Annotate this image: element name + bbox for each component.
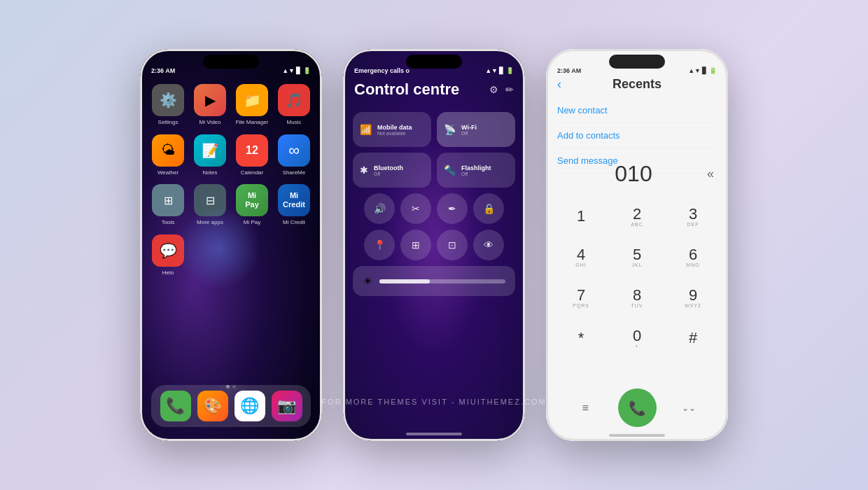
app-more-apps-label: More apps xyxy=(197,219,223,226)
dial-star[interactable]: * xyxy=(553,318,609,358)
flashlight-icon: 🔦 xyxy=(444,164,456,176)
app-shareme[interactable]: ∞ ShareMe xyxy=(277,134,311,176)
app-calendar-label: Calendar xyxy=(241,169,263,176)
dial-menu-btn[interactable]: ≡ xyxy=(553,388,618,427)
app-mi-pay[interactable]: MiPay Mi Pay xyxy=(235,184,269,226)
mobile-data-icon: 📶 xyxy=(360,124,372,135)
dialer-number-display: 010 « xyxy=(546,161,728,187)
brightness-icon: ☀ xyxy=(363,274,372,288)
app-file-manager[interactable]: 📁 File Manager xyxy=(235,84,269,126)
wifi-icon: 📡 xyxy=(444,124,456,135)
cc-lock-rotate[interactable]: 🔒 xyxy=(473,193,504,224)
dialer-number: 010 xyxy=(560,161,707,187)
app-more-apps[interactable]: ⊟ More apps xyxy=(193,184,227,226)
home-indicator-cc xyxy=(406,433,462,435)
dial-7[interactable]: 7PQRS xyxy=(553,277,609,318)
dial-2[interactable]: 2ABC xyxy=(609,196,665,237)
app-mi-video-label: Mi Video xyxy=(200,119,221,126)
cc-tile-text-wifi: Wi-Fi Off xyxy=(461,124,477,136)
dial-more-btn[interactable]: ⌄⌄ xyxy=(657,388,722,427)
bluetooth-icon: ✱ xyxy=(360,164,368,176)
cc-row-1: 📶 Mobile data Not available 📡 Wi-Fi Off xyxy=(353,112,515,147)
phone-home: 2:36 AM ▲▼ ▊ 🔋 ⚙️ Settings ▶ Mi Video 📁 … xyxy=(140,49,322,441)
cc-volume[interactable]: 🔊 xyxy=(364,193,395,224)
app-shareme-label: ShareMe xyxy=(283,169,305,176)
watermark: FOR MORE THEMES VISIT - MIUITHEMEZ.COM xyxy=(321,398,546,406)
dial-call-btn[interactable]: 📞 xyxy=(618,388,657,427)
dial-row-2: 4GHI 5JKL 6MNO xyxy=(553,237,721,277)
app-grid: ⚙️ Settings ▶ Mi Video 📁 File Manager 🎵 … xyxy=(151,84,311,276)
cc-row-2: ✱ Bluetooth Off 🔦 Flashlight Off xyxy=(353,153,515,188)
app-notes-label: Notes xyxy=(203,169,218,176)
dial-0[interactable]: 0+ xyxy=(609,318,665,358)
notch-cc xyxy=(406,55,462,69)
dial-actions: ≡ 📞 ⌄⌄ xyxy=(553,388,721,427)
cc-tile-text-mobile: Mobile data Not available xyxy=(377,124,412,136)
app-calendar[interactable]: 12 Calendar xyxy=(235,134,269,176)
cc-mobile-data[interactable]: 📶 Mobile data Not available xyxy=(353,112,431,147)
phone-control-centre: Emergency calls o ▲▼ ▊ 🔋 Control centre … xyxy=(343,49,525,441)
cc-wifi[interactable]: 📡 Wi-Fi Off xyxy=(437,112,515,147)
app-mi-pay-label: Mi Pay xyxy=(244,219,260,226)
cc-pen[interactable]: ✒ xyxy=(437,193,468,224)
dial-row-4: * 0+ # xyxy=(553,318,721,358)
edit-icon[interactable]: ✏ xyxy=(505,84,514,95)
dialer-status-icons: ▲▼ ▊ 🔋 xyxy=(688,67,717,74)
cc-location[interactable]: 📍 xyxy=(364,230,395,260)
recent-add-contacts[interactable]: Add to contacts xyxy=(557,123,717,148)
cc-tile-text-bt: Bluetooth Off xyxy=(374,164,403,176)
control-centre-screen: Emergency calls o ▲▼ ▊ 🔋 Control centre … xyxy=(343,49,525,441)
dock-themes[interactable]: 🎨 xyxy=(197,391,228,421)
dialer-screen: 2:36 AM ▲▼ ▊ 🔋 ‹ Recents New contact Add… xyxy=(546,49,728,441)
dock-camera[interactable]: 📷 xyxy=(272,391,302,421)
dial-9[interactable]: 9WXYZ xyxy=(665,277,721,318)
backspace-button[interactable]: « xyxy=(707,167,714,181)
cc-bluetooth[interactable]: ✱ Bluetooth Off xyxy=(353,153,431,188)
cc-eye[interactable]: 👁 xyxy=(473,230,504,260)
app-weather-label: Weather xyxy=(158,169,178,176)
back-button[interactable]: ‹ xyxy=(557,77,561,92)
dial-6[interactable]: 6MNO xyxy=(665,237,721,277)
cc-header: Control centre ⚙ ✏ xyxy=(354,80,514,99)
dialer-time: 2:36 AM xyxy=(557,67,581,74)
dial-3[interactable]: 3DEF xyxy=(665,196,721,237)
dial-pad: 1 2ABC 3DEF 4GHI 5JKL 6MNO 7PQRS 8TUV 9W… xyxy=(553,196,721,358)
app-mi-credit[interactable]: MiCredit Mi Credit xyxy=(277,184,311,226)
app-weather[interactable]: 🌤 Weather xyxy=(151,134,185,176)
app-music[interactable]: 🎵 Music xyxy=(277,84,311,126)
time-label: 2:36 AM xyxy=(151,67,175,74)
cc-brightness[interactable]: ☀ xyxy=(353,266,515,296)
app-settings[interactable]: ⚙️ Settings xyxy=(151,84,185,126)
brightness-bar[interactable] xyxy=(379,279,505,284)
app-file-manager-label: File Manager xyxy=(236,119,269,126)
app-mi-video[interactable]: ▶ Mi Video xyxy=(193,84,227,126)
dial-1[interactable]: 1 xyxy=(553,196,609,237)
cc-grid-icon[interactable]: ⊞ xyxy=(400,230,431,260)
phone-dialer: 2:36 AM ▲▼ ▊ 🔋 ‹ Recents New contact Add… xyxy=(546,49,728,441)
cc-title: Control centre xyxy=(354,80,459,99)
app-notes[interactable]: 📝 Notes xyxy=(193,134,227,176)
dialer-title: Recents xyxy=(612,77,662,92)
dial-hash[interactable]: # xyxy=(665,318,721,358)
home-screen: 2:36 AM ▲▼ ▊ 🔋 ⚙️ Settings ▶ Mi Video 📁 … xyxy=(140,49,322,441)
cc-status-icons: ▲▼ ▊ 🔋 xyxy=(485,67,514,74)
dock-chrome[interactable]: 🌐 xyxy=(234,391,265,421)
dial-5[interactable]: 5JKL xyxy=(609,237,665,277)
dial-row-1: 1 2ABC 3DEF xyxy=(553,196,721,237)
recent-new-contact[interactable]: New contact xyxy=(557,98,717,123)
cc-scissors[interactable]: ✂ xyxy=(400,193,431,224)
cc-scan[interactable]: ⊡ xyxy=(437,230,468,260)
cc-header-icons: ⚙ ✏ xyxy=(489,84,514,95)
cc-flashlight[interactable]: 🔦 Flashlight Off xyxy=(437,153,515,188)
dock-phone[interactable]: 📞 xyxy=(160,391,191,421)
dial-4[interactable]: 4GHI xyxy=(553,237,609,277)
app-tools[interactable]: ⊞ Tools xyxy=(151,184,185,226)
dialer-header: ‹ Recents xyxy=(546,77,728,92)
brightness-fill xyxy=(379,279,430,284)
dial-row-3: 7PQRS 8TUV 9WXYZ xyxy=(553,277,721,318)
app-mi-credit-label: Mi Credit xyxy=(283,219,305,226)
settings-icon[interactable]: ⚙ xyxy=(489,84,498,95)
cc-tile-text-flash: Flashlight Off xyxy=(461,164,491,176)
dial-8[interactable]: 8TUV xyxy=(609,277,665,318)
app-helo[interactable]: 💬 Helo xyxy=(151,234,185,276)
